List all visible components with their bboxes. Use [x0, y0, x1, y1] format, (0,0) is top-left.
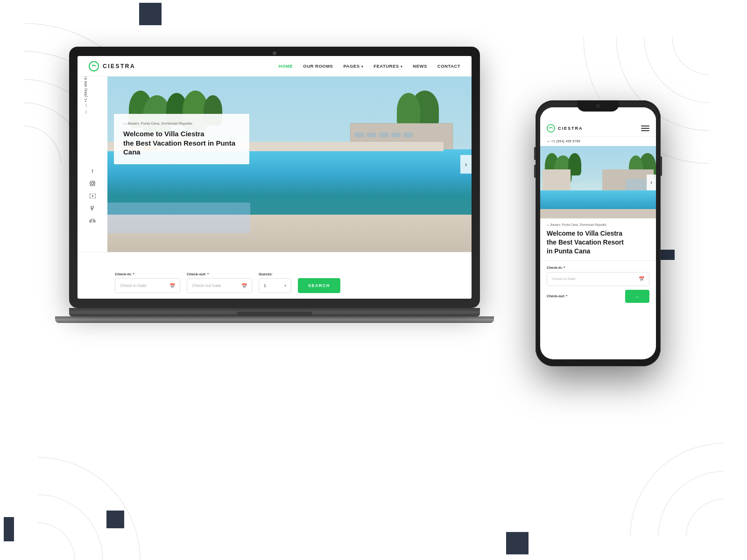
- hero-arrow[interactable]: ›: [460, 155, 472, 174]
- hero-title: Welcome to Villa Ciestra the Best Vacati…: [123, 129, 240, 157]
- hero-section: — — +1 (954) 456 6789 f: [78, 77, 472, 252]
- instagram-icon[interactable]: [90, 181, 95, 187]
- hero-left-sidebar: — — +1 (954) 456 6789 f: [78, 77, 107, 252]
- phone-booking-section: Check-in: * Check-in Date 📅 Check-out: *…: [540, 260, 656, 308]
- svg-point-6: [644, 37, 710, 103]
- svg-rect-16: [90, 181, 95, 186]
- tripadvisor-icon[interactable]: [89, 219, 96, 224]
- phone-search-btn-partial[interactable]: ...: [625, 290, 649, 303]
- nav-contact[interactable]: CONTACT: [437, 63, 460, 69]
- svg-point-24: [94, 221, 95, 222]
- chevron-down-icon: ▾: [284, 284, 286, 288]
- laptop-foot: [55, 316, 494, 323]
- checkin-field: Check-in: * Check-in Date 📅: [115, 272, 180, 293]
- laptop-container: CIESTRA HOME OUR ROOMS PAGES ▾ FEATURES …: [69, 47, 480, 341]
- nav-home[interactable]: HOME: [279, 63, 293, 69]
- calendar-icon-2: 📅: [241, 283, 247, 288]
- site-nav: HOME OUR ROOMS PAGES ▾ FEATURES ▾ NEWS C…: [279, 63, 460, 69]
- phone-checkin-input[interactable]: Check-in Date 📅: [547, 272, 649, 286]
- svg-point-17: [92, 182, 94, 185]
- deco-square-4: [106, 511, 124, 528]
- booking-bar: Check-in: * Check-in Date 📅 Check-out: *…: [78, 252, 472, 299]
- phone-logo: CIESTRA: [547, 124, 583, 133]
- svg-point-10: [658, 471, 724, 537]
- site-header: CIESTRA HOME OUR ROOMS PAGES ▾ FEATURES …: [78, 56, 472, 77]
- blue-highlight-box: [106, 203, 250, 233]
- logo-icon: [89, 61, 99, 71]
- svg-point-23: [90, 221, 91, 222]
- phone-notch: [577, 100, 619, 112]
- svg-point-9: [686, 499, 724, 537]
- hero-text-box: — Bavaro, Punta Cana, Dominican Republic…: [114, 114, 249, 164]
- checkout-label: Check-out: *: [187, 272, 252, 276]
- svg-point-18: [93, 182, 94, 182]
- nav-features[interactable]: FEATURES ▾: [374, 63, 402, 69]
- laptop-base: [69, 308, 480, 316]
- foursquare-icon[interactable]: [90, 206, 95, 212]
- phone-checkout-label: Check-out: *: [547, 294, 567, 298]
- youtube-icon[interactable]: [90, 194, 96, 199]
- guests-label: Guests:: [259, 272, 291, 276]
- phone-location: — Bavaro, Punta Cana, Dominican Republic: [547, 223, 649, 226]
- phone-outer: CIESTRA — +1 (954) 456 6789: [536, 100, 661, 366]
- phone-vol-down: [534, 165, 536, 178]
- checkout-field: Check-out: * Check-out Date 📅: [187, 272, 252, 293]
- svg-point-13: [37, 495, 103, 560]
- phone-logo-icon: [547, 124, 555, 133]
- search-button[interactable]: SEARCH: [298, 278, 340, 293]
- phone-checkin-label: Check-in: *: [547, 266, 649, 270]
- nav-pages[interactable]: PAGES ▾: [343, 63, 363, 69]
- svg-point-14: [37, 457, 140, 560]
- site-logo: CIESTRA: [89, 61, 135, 71]
- phone-vol-up: [534, 147, 536, 160]
- laptop-hinge: [237, 312, 312, 316]
- laptop-screen: CIESTRA HOME OUR ROOMS PAGES ▾ FEATURES …: [78, 56, 472, 299]
- svg-point-25: [547, 125, 555, 132]
- phone-header: CIESTRA: [540, 121, 656, 137]
- social-icons-group: f: [89, 168, 96, 224]
- svg-point-12: [37, 523, 75, 560]
- nav-news[interactable]: NEWS: [413, 63, 427, 69]
- calendar-icon: 📅: [169, 283, 175, 288]
- phone-phone-number: — +1 (954) 456 6789: [540, 137, 656, 146]
- deco-square-1: [139, 3, 162, 25]
- hero-phone-number: — — +1 (954) 456 6789: [84, 77, 88, 114]
- circles-bottom-right: [584, 397, 724, 537]
- phone-hero-text: — Bavaro, Punta Cana, Dominican Republic…: [540, 218, 656, 260]
- deco-square-5: [506, 532, 529, 554]
- phone-power-btn: [661, 156, 662, 176]
- svg-point-5: [672, 37, 710, 75]
- svg-point-15: [89, 62, 99, 71]
- phone-hero-arrow[interactable]: ›: [647, 175, 656, 190]
- circles-bottom-left: [37, 429, 168, 560]
- laptop-camera: [273, 51, 276, 55]
- svg-point-11: [630, 443, 724, 537]
- phone-container: CIESTRA — +1 (954) 456 6789: [536, 100, 661, 376]
- guests-select[interactable]: 1 ▾: [259, 278, 291, 293]
- svg-point-0: [23, 126, 61, 163]
- checkin-input[interactable]: Check-in Date 📅: [115, 278, 180, 293]
- hero-location: — Bavaro, Punta Cana, Dominican Republic: [123, 121, 240, 126]
- svg-marker-20: [92, 195, 94, 197]
- laptop-outer: CIESTRA HOME OUR ROOMS PAGES ▾ FEATURES …: [69, 47, 480, 308]
- nav-rooms[interactable]: OUR ROOMS: [303, 63, 333, 69]
- deco-square-2: [4, 517, 14, 541]
- phone-screen: CIESTRA — +1 (954) 456 6789: [540, 107, 656, 359]
- guests-field: Guests: 1 ▾: [259, 272, 291, 293]
- phone-calendar-icon: 📅: [639, 276, 644, 281]
- hamburger-menu[interactable]: [641, 126, 649, 131]
- checkin-label: Check-in: *: [115, 272, 180, 276]
- logo-text: CIESTRA: [103, 63, 135, 70]
- phone-logo-text: CIESTRA: [558, 126, 583, 131]
- facebook-icon[interactable]: f: [92, 168, 93, 174]
- phone-hero-image: ›: [540, 146, 656, 218]
- checkout-input[interactable]: Check-out Date 📅: [187, 278, 252, 293]
- phone-title: Welcome to Villa Ciestra the Best Vacati…: [547, 229, 649, 256]
